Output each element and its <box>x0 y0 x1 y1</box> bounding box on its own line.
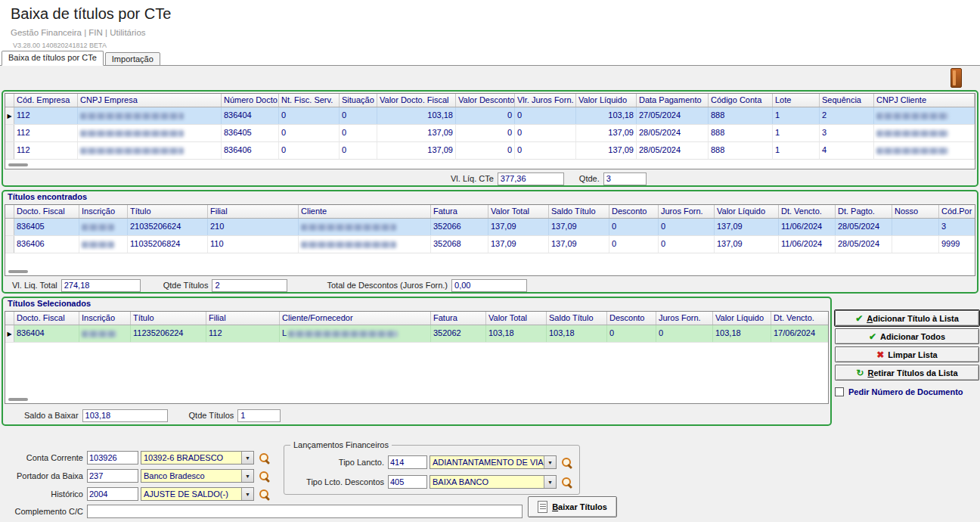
conta-corrente-code-input[interactable] <box>87 451 138 465</box>
column-header[interactable]: Desconto <box>609 205 659 218</box>
column-header[interactable]: Dt. Pagto. <box>836 205 892 218</box>
column-header[interactable]: Data Pagamento <box>637 94 709 107</box>
column-header[interactable]: Cliente <box>299 205 431 218</box>
lancamentos-financeiros-group: Lançamentos Financeiros Tipo Lancto. ADI… <box>284 440 580 495</box>
cell: 836405 <box>14 219 79 235</box>
tab-importacao[interactable]: Importação <box>105 52 160 66</box>
column-header[interactable]: Título <box>128 205 208 218</box>
chevron-down-icon[interactable]: ▼ <box>544 476 556 488</box>
column-header[interactable]: Valor Líquido <box>576 94 637 107</box>
table-row[interactable]: 11283640500137,0900137,0928/05/202488813 <box>5 125 975 142</box>
cell: 103,18 <box>486 325 547 342</box>
limpar-lista-button[interactable]: ✖Limpar Lista <box>835 346 979 362</box>
column-header[interactable]: Nosso <box>892 205 939 218</box>
column-header[interactable]: Inscrição <box>79 205 128 218</box>
h-scrollbar[interactable] <box>8 398 28 401</box>
tab-baixa-de-titulos[interactable]: Baixa de títulos por CTe <box>2 51 104 66</box>
table-row[interactable]: 83640611035206824110352068137,09137,0900… <box>5 236 975 253</box>
historico-code-input[interactable] <box>87 487 138 501</box>
column-header[interactable]: CNPJ Cliente <box>874 94 975 107</box>
historico-combo[interactable]: AJUSTE DE SALDO(-) ▼ <box>141 487 254 501</box>
column-header[interactable]: Docto. Fiscal <box>14 312 79 325</box>
column-header[interactable]: Dt. Vencto. <box>771 312 829 325</box>
column-header[interactable]: Valor Docto. Fiscal <box>377 94 456 107</box>
chevron-down-icon[interactable]: ▼ <box>544 456 556 468</box>
h-scrollbar[interactable] <box>8 270 28 273</box>
table-row[interactable]: ▶83640411235206224112L352062103,18103,18… <box>5 325 828 343</box>
h-scrollbar[interactable] <box>8 163 28 166</box>
chevron-down-icon[interactable]: ▼ <box>241 452 253 464</box>
conta-corrente-label: Conta Corrente <box>2 453 83 462</box>
table-row[interactable]: 11283640600137,0900137,0928/05/202488814 <box>5 142 975 160</box>
column-header[interactable]: Docto. Fiscal <box>14 205 79 218</box>
search-icon[interactable] <box>259 471 270 482</box>
column-header[interactable]: Situação <box>340 94 377 107</box>
column-header[interactable]: Título <box>131 312 206 325</box>
column-header[interactable]: Valor Desconto <box>456 94 515 107</box>
tipo-lancto-combo[interactable]: ADIANTANTAMENTO DE VIAGEM ▼ <box>430 455 557 469</box>
chevron-down-icon[interactable]: ▼ <box>241 488 253 500</box>
button-label: Limpar Lista <box>888 350 937 359</box>
column-header[interactable]: Fatura <box>431 205 488 218</box>
column-header[interactable]: Saldo Título <box>549 205 609 218</box>
tipo-lcto-descontos-code-input[interactable] <box>388 475 427 489</box>
column-header[interactable]: Juros Forn. <box>659 205 715 218</box>
tipo-lancto-code-input[interactable] <box>388 455 427 469</box>
column-header[interactable]: Filial <box>206 312 280 325</box>
column-header[interactable]: Dt. Vencto. <box>779 205 836 218</box>
column-header[interactable]: Número Docto. <box>222 94 279 107</box>
column-header[interactable]: Vlr. Juros Forn. <box>515 94 576 107</box>
adicionar-todos-button[interactable]: ✔Adicionar Todos <box>835 328 979 344</box>
table-row[interactable]: 83640521035206624210352066137,09137,0900… <box>5 219 975 236</box>
chevron-down-icon[interactable]: ▼ <box>241 470 253 482</box>
cell: 27/05/2024 <box>637 107 709 124</box>
column-header[interactable]: Filial <box>208 205 299 218</box>
column-header[interactable]: Sequência <box>820 94 874 107</box>
column-header[interactable]: Cód.Por <box>939 205 975 218</box>
column-header[interactable]: Valor Total <box>488 205 549 218</box>
cell: 888 <box>709 125 773 141</box>
portador-combo-value: Banco Bradesco <box>141 471 241 480</box>
check-icon: ✔ <box>855 314 863 323</box>
tipo-lcto-descontos-combo[interactable]: BAIXA BANCO ▼ <box>430 475 557 489</box>
cell: 21035206624 <box>128 219 208 235</box>
search-icon[interactable] <box>259 489 270 500</box>
column-header[interactable]: Valor Líquido <box>713 312 771 325</box>
exit-icon[interactable] <box>951 68 962 88</box>
column-header[interactable]: Cliente/Fornecedor <box>280 312 431 325</box>
column-header[interactable]: Fatura <box>431 312 486 325</box>
redacted-text <box>82 224 114 231</box>
cell <box>892 236 939 253</box>
cell: 137,09 <box>576 125 637 141</box>
search-icon[interactable] <box>561 477 572 488</box>
column-header[interactable]: Saldo Título <box>547 312 607 325</box>
portador-code-input[interactable] <box>87 469 138 483</box>
column-header[interactable]: Lote <box>773 94 820 107</box>
column-header[interactable]: Desconto <box>607 312 656 325</box>
column-header[interactable]: Valor Total <box>486 312 547 325</box>
adicionar-titulo-lista-button[interactable]: ✔Adicionar Título à Lista <box>835 310 979 326</box>
search-icon[interactable] <box>561 457 572 468</box>
column-header[interactable]: Nt. Fisc. Serv. <box>279 94 340 107</box>
column-header[interactable]: Cód. Empresa <box>14 94 78 107</box>
search-icon[interactable] <box>259 452 270 464</box>
cell <box>299 219 431 235</box>
cell: 210 <box>208 219 299 235</box>
baixar-titulos-button[interactable]: Baixar Títulos <box>528 496 617 517</box>
portador-combo[interactable]: Banco Bradesco ▼ <box>141 469 254 483</box>
selector-column-header <box>5 94 14 107</box>
column-header[interactable]: Juros Forn. <box>656 312 713 325</box>
pedir-numero-checkbox[interactable] <box>835 387 844 396</box>
column-header[interactable]: CNPJ Empresa <box>78 94 222 107</box>
retirar-titulos-lista-button[interactable]: ↻Retirar Títulos da Lista <box>835 365 979 381</box>
conta-corrente-combo[interactable]: 10392-6 BRADESCO ▼ <box>141 451 254 465</box>
redacted-text <box>301 241 396 248</box>
column-header[interactable]: Valor Líquido <box>715 205 779 218</box>
cell: 137,09 <box>488 236 549 253</box>
cell: 0 <box>609 219 659 235</box>
column-header[interactable]: Código Conta <box>709 94 773 107</box>
complemento-input[interactable] <box>87 505 523 518</box>
table-row[interactable]: ▶11283640400103,1800103,1827/05/20248881… <box>5 107 975 125</box>
cell: 0 <box>340 107 377 124</box>
column-header[interactable]: Inscrição <box>79 312 131 325</box>
